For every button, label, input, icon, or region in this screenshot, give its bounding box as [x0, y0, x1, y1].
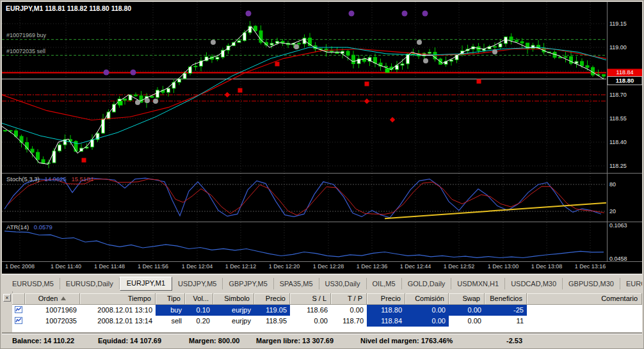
order-type-icon: [15, 305, 22, 313]
time-label: 1 Dec 13:08: [531, 263, 563, 270]
column-header-precio-actual[interactable]: Precio: [367, 293, 405, 305]
candle-body: [216, 57, 219, 59]
chart-tab-oil-m5[interactable]: OIL,M5: [367, 278, 402, 289]
column-header-simbolo[interactable]: Simbolo: [213, 293, 254, 305]
purple-dot-marker: [104, 69, 109, 75]
price-label: 118.55: [609, 115, 627, 122]
price-label: 118.40: [609, 139, 627, 145]
status-item-1: Equidad: 14 107.69: [98, 337, 161, 345]
chart-tab-spa35-m5[interactable]: SPA35,M5: [274, 278, 319, 289]
column-header-orden[interactable]: Orden: [25, 293, 80, 305]
stoch-name: Stoch(5,3,3): [6, 175, 40, 183]
candle-body: [564, 56, 567, 57]
price-label: 118.25: [609, 163, 627, 169]
order-row[interactable]: 100719692008.12.01 13:10buy0.10eurjpy119…: [12, 305, 642, 316]
time-label: 1 Dec 12:12: [225, 263, 257, 270]
ma-red-line: [2, 49, 606, 120]
cell-sl: 0.00: [290, 316, 331, 327]
terminal-close-button[interactable]: ×: [3, 294, 11, 302]
stoch-trendline: [385, 203, 606, 219]
candle-body: [36, 152, 40, 159]
candle-body: [515, 40, 519, 42]
time-label: 1 Dec 2008: [5, 263, 35, 270]
cell-tp: 0.00: [331, 305, 367, 316]
column-header-icon[interactable]: [12, 293, 25, 305]
sell-order-label: #10072035 sell: [6, 48, 45, 54]
time-label: 1 Dec 12:20: [269, 263, 300, 270]
atr-name: ATR(14): [6, 223, 29, 231]
candle-body: [20, 136, 23, 142]
atr-value: 0.0579: [34, 223, 52, 231]
column-header-precio[interactable]: Precio: [254, 293, 290, 305]
cell-comentario: [527, 316, 642, 327]
terminal-panel: × OrdenTiempoTipoVol...SimboloPrecioS / …: [2, 291, 642, 334]
cell-beneficios: 11: [485, 316, 527, 327]
chart-tab-eurjpy-m1[interactable]: EURJPY,M1: [120, 277, 172, 291]
sell-signal-square: [238, 88, 243, 93]
buy-signal-square: [385, 69, 390, 73]
candle-body: [520, 42, 524, 43]
order-row[interactable]: 100720352008.12.01 13:14sell0.20eurjpy11…: [12, 316, 642, 327]
candle-body: [602, 74, 606, 76]
column-header-label: Swap: [462, 295, 480, 302]
price-label: 118.70: [609, 92, 627, 98]
chart-tabs-bar: EURUSD,M5EURUSD,DailyEURJPY,M1USDJPY,M5G…: [2, 273, 642, 291]
atr-label: ATR(14) 0.0579: [6, 223, 52, 231]
time-label: 1 Dec 11:48: [94, 263, 125, 270]
status-bar: Balance: 14 110.22Equidad: 14 107.69Marg…: [2, 334, 642, 348]
chart-tab-gbpjpy-m5[interactable]: GBPJPY,M5: [223, 278, 273, 289]
cell-tp: 118.70: [331, 316, 367, 327]
gray-dot-marker: [423, 58, 428, 63]
time-label: 1 Dec 11:40: [51, 263, 81, 270]
purple-dot-marker: [402, 10, 408, 16]
candle-body: [450, 60, 453, 61]
cell-precio-actual: 118.84: [367, 316, 405, 327]
column-header-beneficios[interactable]: Beneficios: [485, 293, 527, 305]
orders-grid: OrdenTiempoTipoVol...SimboloPrecioS / LT…: [12, 293, 642, 334]
chart-tab-us30-daily[interactable]: US30,Daily: [319, 278, 367, 289]
cell-precio: 119.05: [254, 305, 290, 316]
gray-dot-marker: [153, 99, 158, 104]
column-header-swap[interactable]: Swap: [449, 293, 485, 305]
column-header-comentario[interactable]: Comentario: [527, 293, 642, 305]
stoch-main-value: 14.0625: [44, 175, 66, 183]
cell-vol: 0.20: [185, 316, 213, 327]
candle-body: [4, 131, 7, 131]
time-label: 1 Dec 13:00: [488, 263, 519, 270]
column-header-tiempo[interactable]: Tiempo: [80, 293, 156, 305]
column-header-label: S / L: [312, 295, 326, 302]
chart-tab-usdjpy-m5[interactable]: USDJPY,M5: [172, 278, 223, 289]
candle-body: [150, 96, 154, 97]
cell-tipo: sell: [156, 316, 185, 327]
gray-dot-marker: [417, 40, 422, 45]
column-header-vol[interactable]: Vol...: [185, 293, 213, 305]
cell-icon: [12, 316, 25, 327]
cell-comision: 0.00: [405, 305, 449, 316]
column-header-label: Precio: [381, 295, 401, 302]
chart-tab-eurusd-m5[interactable]: EURUSD,M5: [6, 278, 60, 289]
candle-body: [559, 58, 562, 58]
chart-tab-usdcad-m30[interactable]: USDCAD,M30: [505, 278, 563, 289]
chart-tab-gbpusd-m30[interactable]: GBPUSD,M30: [563, 278, 620, 289]
candle-body: [499, 44, 502, 47]
column-header-tipo[interactable]: Tipo: [156, 293, 185, 305]
column-header-tp[interactable]: T / P: [331, 293, 367, 305]
stoch-level-high-label: 80: [609, 181, 616, 188]
column-header-label: Vol...: [193, 295, 209, 302]
cell-beneficios: -25: [485, 305, 527, 316]
chart-tab-usdmxn-h1[interactable]: USDMXN,H1: [451, 278, 505, 289]
column-header-sl[interactable]: S / L: [290, 293, 331, 305]
column-header-comision[interactable]: Comisión: [405, 293, 449, 305]
chart-panel[interactable]: 119.15119.00118.85118.70118.55118.40118.…: [2, 2, 642, 273]
orders-grid-rows: 100719692008.12.01 13:10buy0.10eurjpy119…: [12, 305, 642, 327]
chart-tab-eurgbp-m30[interactable]: EURGBP,M30: [620, 278, 642, 289]
price-label: 119.00: [609, 44, 627, 51]
column-header-label: Orden: [38, 295, 58, 302]
purple-dot-marker: [423, 10, 428, 16]
candle-body: [270, 44, 273, 45]
candle-body: [428, 53, 431, 54]
chart-tab-gold-daily[interactable]: GOLD,Daily: [402, 278, 452, 289]
price-chart[interactable]: 119.15119.00118.85118.70118.55118.40118.…: [2, 2, 642, 273]
chart-tab-eurusd-daily[interactable]: EURUSD,Daily: [60, 278, 120, 289]
status-item-2: Margen: 800.00: [189, 337, 239, 345]
